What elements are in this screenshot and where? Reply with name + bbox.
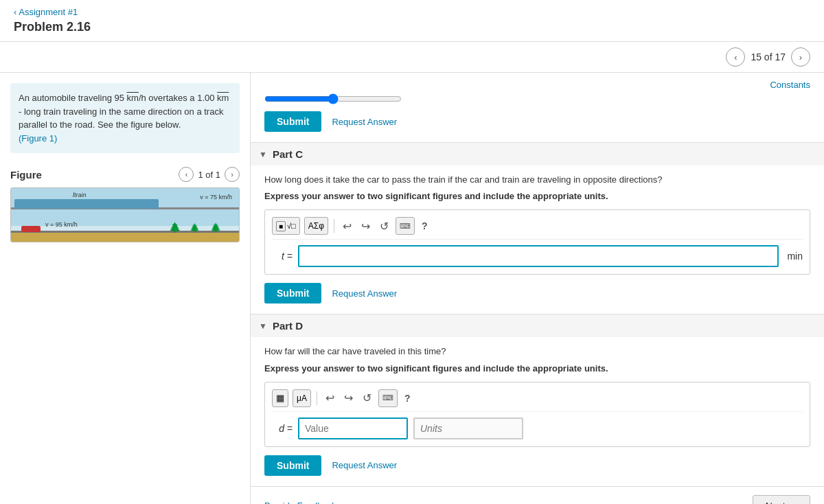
- part-c-toolbar: ■ √□ ΑΣφ ↩ ↪ ↺ ⌨ ?: [272, 217, 803, 240]
- nav-count: 15 of 17: [751, 51, 786, 62]
- part-c-header: ▼ Part C: [251, 143, 824, 165]
- left-panel: An automobile traveling 95 km/h overtake…: [0, 73, 251, 504]
- problem-text: An automobile traveling 95 km/h overtake…: [10, 83, 240, 153]
- part-c-submit-button[interactable]: Submit: [264, 283, 321, 303]
- part-c-instruction: Express your answer to two significant f…: [264, 190, 810, 203]
- part-d-redo-button[interactable]: ↪: [341, 390, 356, 406]
- part-d-action-row: Submit Request Answer: [264, 455, 810, 476]
- part-c-math-button[interactable]: ■ √□: [272, 217, 300, 235]
- part-c-question: How long does it take the car to pass th…: [264, 174, 810, 186]
- next-button[interactable]: Next ›: [753, 495, 810, 504]
- prev-nav-button[interactable]: ‹: [726, 47, 745, 67]
- part-c-reset-button[interactable]: ↺: [377, 218, 391, 234]
- top-part-section: Submit Request Answer: [251, 73, 824, 143]
- part-c-input-label: t =: [272, 251, 293, 262]
- constants-link[interactable]: Constants: [770, 80, 810, 90]
- problem-title: Problem 2.16: [14, 20, 810, 34]
- v-car-label: v = 95 km/h: [45, 221, 78, 228]
- figure-header: Figure ‹ 1 of 1 ›: [10, 167, 240, 182]
- part-d-header: ▼ Part D: [251, 314, 824, 337]
- tree-3: 🌲: [210, 222, 221, 233]
- part-d-reset-button[interactable]: ↺: [360, 390, 374, 406]
- figure-prev-button[interactable]: ‹: [179, 167, 194, 182]
- part-d-toggle[interactable]: ▼: [259, 321, 267, 331]
- figure-nav: ‹ 1 of 1 ›: [179, 167, 240, 182]
- part-c-request-answer-link[interactable]: Request Answer: [332, 288, 397, 299]
- part-d-answer-box: ▦ μΑ ↩ ↪ ↺ ⌨ ? d =: [264, 382, 810, 447]
- part-d-value-input[interactable]: [298, 417, 408, 439]
- toolbar-d-sep: [317, 391, 317, 405]
- part-d-toolbar: ▦ μΑ ↩ ↪ ↺ ⌨ ?: [272, 389, 803, 412]
- part-c-toggle[interactable]: ▼: [259, 150, 267, 159]
- part-c-undo-button[interactable]: ↩: [340, 218, 354, 234]
- main-layout: An automobile traveling 95 km/h overtake…: [0, 73, 824, 504]
- part-d-keyboard-button[interactable]: ⌨: [378, 389, 398, 407]
- nav-bar: ‹ 15 of 17 ›: [0, 42, 824, 73]
- figure-next-button[interactable]: ›: [225, 167, 240, 182]
- train-body: [14, 199, 159, 209]
- car-body: [21, 226, 41, 232]
- figure-title: Figure: [10, 169, 42, 181]
- part-d-input-row: d =: [272, 417, 803, 439]
- part-c-unit-label: min: [787, 251, 803, 262]
- figure-link[interactable]: (Figure 1): [19, 133, 57, 144]
- part-c-action-row: Submit Request Answer: [264, 283, 810, 303]
- problem-text-content: An automobile traveling 95 km/h overtake…: [19, 93, 229, 130]
- toolbar-sep-1: [334, 219, 334, 233]
- top-slider[interactable]: [264, 93, 402, 104]
- nav-controls: ‹ 15 of 17 ›: [726, 47, 810, 67]
- part-c-label: Part C: [273, 148, 303, 160]
- road: [11, 231, 239, 233]
- part-d-submit-button[interactable]: Submit: [264, 455, 321, 476]
- ground-bg: [11, 233, 239, 242]
- header: Assignment #1 Problem 2.16: [0, 0, 824, 42]
- part-c-greek-button[interactable]: ΑΣφ: [304, 217, 328, 235]
- tree-1: 🌲: [169, 222, 181, 233]
- part-d-matrix-button[interactable]: ▦: [272, 389, 288, 407]
- top-submit-button[interactable]: Submit: [264, 111, 321, 132]
- part-d-section: ▼ Part D How far will the car have trave…: [251, 314, 824, 486]
- part-d-undo-button[interactable]: ↩: [323, 390, 337, 406]
- part-c-redo-button[interactable]: ↪: [358, 218, 373, 234]
- part-d-input-label: d =: [272, 423, 293, 434]
- part-c-input-row: t = min: [272, 245, 803, 267]
- part-d-instruction: Express your answer to two significant f…: [264, 363, 810, 375]
- part-c-keyboard-button[interactable]: ⌨: [396, 217, 415, 235]
- right-panel: Constants Submit Request Answer ▼ Part C…: [251, 73, 824, 504]
- figure-image: ltrain v = 75 km/h v = 95 km/h 🌲 🌲 🌲: [10, 187, 240, 242]
- footer-row: Provide Feedback Next ›: [251, 487, 824, 504]
- part-c-answer-input[interactable]: [298, 245, 779, 267]
- back-link[interactable]: Assignment #1: [14, 7, 810, 17]
- part-d-question: How far will the car have traveled in th…: [264, 345, 810, 358]
- figure-count: 1 of 1: [198, 170, 220, 180]
- figure-section: Figure ‹ 1 of 1 › ltrain: [10, 167, 240, 242]
- part-d-units-input[interactable]: [413, 417, 523, 439]
- top-action-row: Submit Request Answer: [264, 111, 810, 132]
- train-label-text: ltrain: [73, 192, 87, 198]
- part-c-section: ▼ Part C How long does it take the car t…: [251, 143, 824, 314]
- part-c-help-button[interactable]: ?: [419, 219, 431, 233]
- top-request-answer-link[interactable]: Request Answer: [332, 117, 397, 127]
- part-d-mu-button[interactable]: μΑ: [293, 389, 311, 407]
- part-d-label: Part D: [273, 320, 303, 332]
- v-train-label: v = 75 km/h: [200, 194, 232, 201]
- next-nav-button[interactable]: ›: [791, 47, 810, 67]
- part-c-answer-box: ■ √□ ΑΣφ ↩ ↪ ↺ ⌨ ? t = min: [264, 209, 810, 275]
- tree-2: 🌲: [190, 223, 200, 233]
- feedback-link[interactable]: Provide Feedback: [264, 501, 336, 504]
- part-d-request-answer-link[interactable]: Request Answer: [332, 460, 397, 470]
- part-d-help-button[interactable]: ?: [402, 391, 413, 405]
